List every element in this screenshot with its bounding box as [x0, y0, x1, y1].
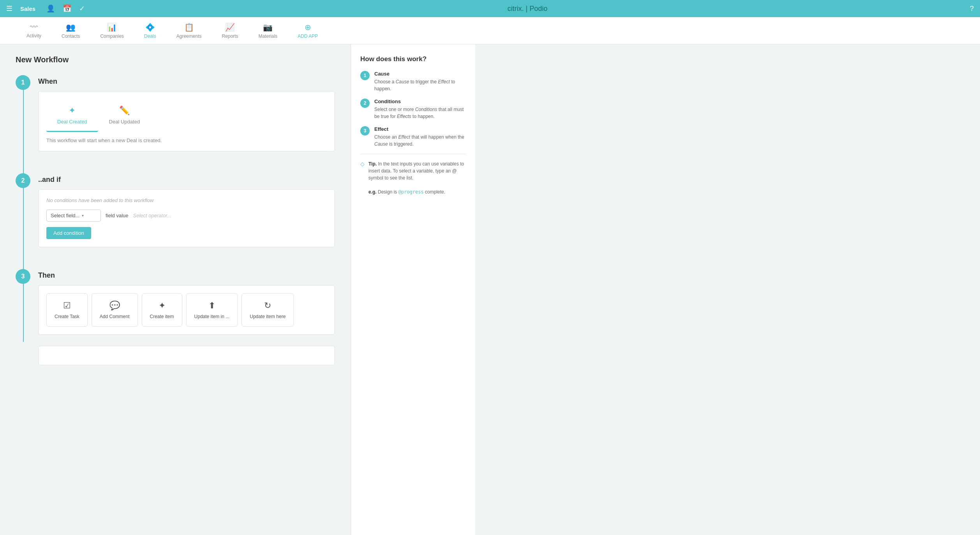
how-step-conditions: 2 Conditions Select one or more Conditio… — [360, 99, 466, 120]
step-number-1: 1 — [16, 75, 30, 90]
contacts-icon: 👥 — [66, 23, 76, 32]
effect-add-comment[interactable]: 💬 Add Comment — [92, 293, 138, 327]
trigger-deal-updated[interactable]: ✏️ Deal Updated — [98, 99, 151, 132]
how-step-number-2: 2 — [360, 99, 370, 108]
how-step-number-3: 3 — [360, 126, 370, 136]
select-field-dropdown[interactable]: Select field... ▾ — [46, 209, 101, 222]
update-item-here-icon: ↻ — [264, 301, 271, 311]
nav-label-add-app: ADD APP — [298, 33, 318, 39]
nav-label-contacts: Contacts — [62, 33, 80, 39]
how-step-cause-title: Cause — [374, 71, 466, 77]
top-bar: ☰ Sales 👤 📅 ✓ citrix. | Podio ? — [0, 0, 980, 17]
nav-item-add-app[interactable]: ⊕ ADD APP — [294, 21, 321, 40]
deal-created-icon: ✦ — [69, 106, 76, 116]
tip-label: Tip. — [368, 161, 377, 167]
help-icon[interactable]: ? — [970, 5, 974, 13]
how-step-effect: 3 Effect Choose an Effect that will happ… — [360, 126, 466, 148]
tip-text: Tip. In the text inputs you can use vari… — [368, 160, 466, 195]
conditions-empty-message: No conditions have been added to this wo… — [46, 197, 327, 203]
select-field-placeholder: Select field... — [51, 213, 79, 218]
tip-code: @progress — [398, 189, 424, 195]
sidebar-divider — [360, 154, 466, 154]
step-conditions-section: 2 ..and if No conditions have been added… — [16, 173, 335, 258]
condition-row: Select field... ▾ field value Select ope… — [46, 209, 327, 222]
sidebar-title: How does this work? — [360, 55, 466, 63]
page-title: New Workflow — [16, 55, 335, 64]
add-comment-icon: 💬 — [109, 301, 120, 311]
nav-item-materials[interactable]: 📷 Materials — [256, 21, 281, 40]
agreements-icon: 📋 — [184, 23, 194, 32]
trigger-description: This workflow will start when a new Deal… — [46, 137, 327, 143]
effect-add-comment-label: Add Comment — [100, 314, 130, 319]
nav-label-activity: Activity — [26, 33, 41, 39]
bottom-placeholder-card — [38, 346, 335, 365]
app-logo: citrix. | Podio — [93, 5, 962, 13]
add-app-icon: ⊕ — [305, 23, 311, 32]
nav-item-deals[interactable]: 💠 Deals — [141, 21, 159, 40]
workspace-title: Sales — [20, 5, 35, 12]
how-step-cause-desc: Choose a Cause to trigger the Effect to … — [374, 78, 466, 92]
how-step-cause-content: Cause Choose a Cause to trigger the Effe… — [374, 71, 466, 92]
nav-label-materials: Materials — [259, 33, 278, 39]
sidebar: How does this work? 1 Cause Choose a Cau… — [351, 44, 475, 535]
nav-label-agreements: Agreements — [176, 33, 202, 39]
how-step-conditions-title: Conditions — [374, 99, 466, 104]
people-icon[interactable]: 👤 — [46, 4, 55, 13]
companies-icon: 📊 — [107, 23, 117, 32]
how-step-conditions-desc: Select one or more Conditions that all m… — [374, 106, 466, 120]
nav-item-companies[interactable]: 📊 Companies — [97, 21, 127, 40]
trigger-options: ✦ Deal Created ✏️ Deal Updated — [46, 99, 327, 132]
menu-icon[interactable]: ☰ — [6, 4, 12, 13]
nav-item-reports[interactable]: 📈 Reports — [219, 21, 241, 40]
effect-create-item[interactable]: ✦ Create item — [142, 293, 182, 327]
effect-create-task[interactable]: ☑ Create Task — [46, 293, 88, 327]
operator-placeholder: Select operator... — [133, 213, 172, 218]
trigger-deal-updated-label: Deal Updated — [109, 119, 140, 125]
step2-label: ..and if — [38, 176, 335, 184]
deal-updated-icon: ✏️ — [119, 106, 130, 116]
effect-options: ☑ Create Task 💬 Add Comment ✦ Create ite… — [46, 293, 327, 327]
nav-label-deals: Deals — [144, 33, 156, 39]
effect-update-item-in[interactable]: ⬆ Update item in ... — [186, 293, 238, 327]
how-step-effect-content: Effect Choose an Effect that will happen… — [374, 126, 466, 148]
step-then-section: 3 Then ☑ Create Task 💬 Add Comment — [16, 269, 335, 365]
trigger-deal-created[interactable]: ✦ Deal Created — [46, 99, 98, 132]
tasks-icon[interactable]: ✓ — [79, 4, 85, 13]
create-item-icon: ✦ — [159, 301, 166, 311]
nav-bar: 〰 Activity 👥 Contacts 📊 Companies 💠 Deal… — [0, 17, 980, 44]
effect-create-item-label: Create item — [150, 314, 174, 319]
content-area: New Workflow 1 When ✦ Deal Created — [0, 44, 351, 535]
steps-container: 1 When ✦ Deal Created ✏️ Deal Updated — [16, 75, 335, 365]
add-condition-button[interactable]: Add condition — [46, 227, 91, 239]
chevron-down-icon: ▾ — [82, 213, 84, 218]
effect-update-item-in-label: Update item in ... — [194, 314, 230, 319]
step-when-section: 1 When ✦ Deal Created ✏️ Deal Updated — [16, 75, 335, 162]
how-step-conditions-content: Conditions Select one or more Conditions… — [374, 99, 466, 120]
tip-row: ◇ Tip. In the text inputs you can use va… — [360, 160, 466, 195]
create-task-icon: ☑ — [63, 301, 71, 311]
step1-label: When — [38, 77, 335, 86]
nav-label-companies: Companies — [100, 33, 124, 39]
update-item-in-icon: ⬆ — [208, 301, 215, 311]
effect-update-item-here-label: Update item here — [250, 314, 286, 319]
step3-label: Then — [38, 271, 335, 280]
top-bar-icons: 👤 📅 ✓ — [46, 4, 85, 13]
step-number-2: 2 — [16, 173, 30, 188]
materials-icon: 📷 — [263, 23, 273, 32]
how-step-number-1: 1 — [360, 71, 370, 80]
step-number-3: 3 — [16, 269, 30, 284]
nav-item-activity[interactable]: 〰 Activity — [23, 21, 44, 40]
step1-card: ✦ Deal Created ✏️ Deal Updated This work… — [38, 91, 335, 151]
calendar-icon[interactable]: 📅 — [63, 4, 71, 13]
nav-item-agreements[interactable]: 📋 Agreements — [173, 21, 205, 40]
how-step-effect-desc: Choose an Effect that will happen when t… — [374, 134, 466, 148]
eg-label: e.g. — [368, 189, 377, 195]
how-step-effect-title: Effect — [374, 126, 466, 132]
step2-card: No conditions have been added to this wo… — [38, 189, 335, 247]
step3-content: Then ☑ Create Task 💬 Add Comment — [38, 269, 335, 365]
how-step-cause: 1 Cause Choose a Cause to trigger the Ef… — [360, 71, 466, 92]
effect-update-item-here[interactable]: ↻ Update item here — [241, 293, 294, 327]
nav-item-contacts[interactable]: 👥 Contacts — [58, 21, 83, 40]
step3-card: ☑ Create Task 💬 Add Comment ✦ Create ite… — [38, 285, 335, 335]
main-layout: New Workflow 1 When ✦ Deal Created — [0, 44, 980, 535]
